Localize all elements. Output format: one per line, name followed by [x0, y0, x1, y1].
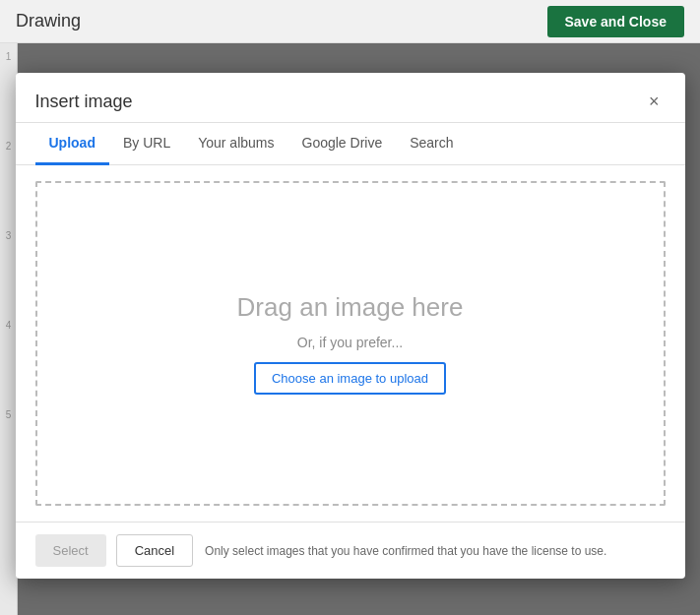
cancel-button[interactable]: Cancel [116, 534, 193, 567]
drop-zone-main-text: Drag an image here [237, 292, 464, 323]
tab-google-drive[interactable]: Google Drive [288, 123, 397, 165]
tabs-bar: Upload By URL Your albums Google Drive S… [16, 123, 685, 165]
tab-by-url[interactable]: By URL [109, 123, 184, 165]
footer-notice: Only select images that you have confirm… [205, 544, 665, 558]
tab-search[interactable]: Search [396, 123, 467, 165]
select-button[interactable]: Select [35, 534, 106, 567]
drop-zone[interactable]: Drag an image here Or, if you prefer... … [35, 181, 666, 506]
top-bar: Drawing Save and Close [0, 0, 700, 43]
tab-upload[interactable]: Upload [35, 123, 109, 165]
modal-body: Drag an image here Or, if you prefer... … [16, 165, 685, 522]
modal-overlay: Insert image × Upload By URL Your albums… [0, 43, 700, 615]
modal-title: Insert image [35, 92, 133, 112]
drop-zone-sub-text: Or, if you prefer... [297, 335, 403, 350]
insert-image-modal: Insert image × Upload By URL Your albums… [16, 73, 685, 579]
save-close-button[interactable]: Save and Close [547, 6, 685, 37]
tab-your-albums[interactable]: Your albums [184, 123, 287, 165]
choose-image-button[interactable]: Choose an image to upload [254, 362, 446, 395]
modal-close-button[interactable]: × [643, 91, 666, 112]
app-title: Drawing [16, 11, 81, 31]
modal-header: Insert image × [16, 73, 685, 123]
modal-footer: Select Cancel Only select images that yo… [16, 522, 685, 579]
footer-actions: Select Cancel [35, 534, 194, 567]
